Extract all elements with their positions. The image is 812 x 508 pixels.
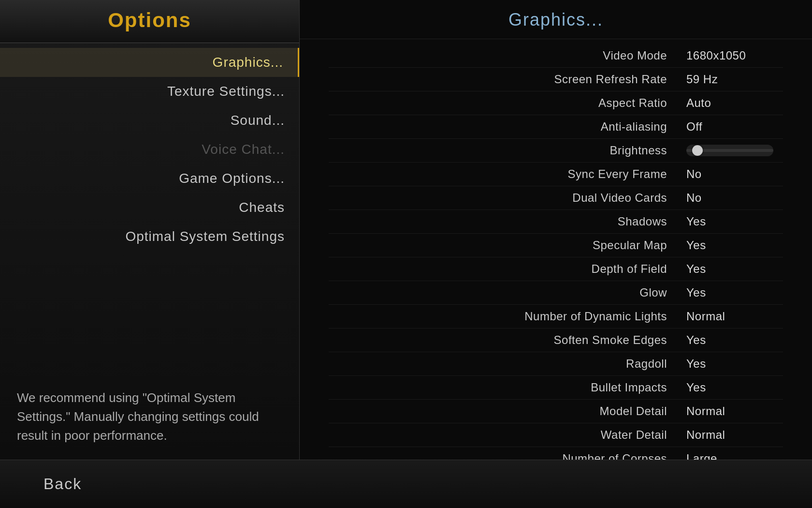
setting-value-anti-aliasing: Off <box>686 120 783 134</box>
setting-label-dual-video-cards: Dual Video Cards <box>329 191 686 205</box>
setting-row-shadows: ShadowsYes <box>329 210 783 234</box>
setting-value-shadows: Yes <box>686 215 783 228</box>
setting-label-brightness: Brightness <box>329 144 686 157</box>
setting-value-brightness[interactable] <box>686 145 783 156</box>
setting-row-sync-every-frame: Sync Every FrameNo <box>329 163 783 186</box>
setting-row-aspect-ratio: Aspect RatioAuto <box>329 91 783 115</box>
setting-row-depth-of-field: Depth of FieldYes <box>329 257 783 281</box>
brightness-slider[interactable] <box>686 145 773 156</box>
setting-row-soften-smoke-edges: Soften Smoke EdgesYes <box>329 329 783 352</box>
bottom-bar: Back <box>0 460 812 508</box>
graphics-title: Graphics... <box>300 0 812 39</box>
setting-row-number-of-dynamic-lights: Number of Dynamic LightsNormal <box>329 305 783 329</box>
setting-value-sync-every-frame: No <box>686 167 783 181</box>
setting-row-dual-video-cards: Dual Video CardsNo <box>329 186 783 210</box>
setting-row-model-detail: Model DetailNormal <box>329 400 783 423</box>
setting-value-number-of-corpses: Large <box>686 452 783 460</box>
setting-value-ragdoll: Yes <box>686 357 783 371</box>
setting-value-specular-map: Yes <box>686 239 783 252</box>
setting-label-soften-smoke-edges: Soften Smoke Edges <box>329 333 686 347</box>
setting-label-shadows: Shadows <box>329 215 686 228</box>
menu-item-voice-chat: Voice Chat... <box>0 135 299 164</box>
setting-label-bullet-impacts: Bullet Impacts <box>329 381 686 394</box>
setting-label-water-detail: Water Detail <box>329 428 686 442</box>
menu-item-sound[interactable]: Sound... <box>0 106 299 135</box>
options-title: Options <box>0 0 299 43</box>
setting-value-depth-of-field: Yes <box>686 262 783 276</box>
setting-row-anti-aliasing: Anti-aliasingOff <box>329 115 783 139</box>
setting-value-video-mode: 812x508 <box>686 49 783 62</box>
setting-label-aspect-ratio: Aspect Ratio <box>329 96 686 110</box>
setting-label-ragdoll: Ragdoll <box>329 357 686 371</box>
settings-list: Video Mode1680x1050Screen Refresh Rate59… <box>300 39 812 460</box>
setting-label-number-of-corpses: Number of Corpses <box>329 452 686 460</box>
setting-value-screen-refresh-rate: 59 Hz <box>686 73 783 86</box>
setting-value-glow: Yes <box>686 286 783 299</box>
right-panel: Graphics... Video Mode1680x1050Screen Re… <box>300 0 812 460</box>
setting-label-anti-aliasing: Anti-aliasing <box>329 120 686 134</box>
back-button[interactable]: Back <box>24 470 101 498</box>
setting-value-number-of-dynamic-lights: Normal <box>686 310 783 323</box>
setting-row-video-mode: Video Mode1680x1050 <box>329 44 783 68</box>
setting-row-number-of-corpses: Number of CorpsesLarge <box>329 447 783 460</box>
menu-item-optimal[interactable]: Optimal System Settings <box>0 222 299 251</box>
setting-label-sync-every-frame: Sync Every Frame <box>329 167 686 181</box>
setting-label-screen-refresh-rate: Screen Refresh Rate <box>329 73 686 86</box>
setting-row-specular-map: Specular MapYes <box>329 234 783 257</box>
recommendation-text: We recommend using "Optimal System Setti… <box>0 379 299 460</box>
menu-item-texture[interactable]: Texture Settings... <box>0 77 299 106</box>
setting-label-model-detail: Model Detail <box>329 404 686 418</box>
brightness-thumb <box>692 145 703 156</box>
menu-item-game-options[interactable]: Game Options... <box>0 164 299 193</box>
menu-item-graphics[interactable]: Graphics... <box>0 48 299 77</box>
setting-value-dual-video-cards: No <box>686 191 783 205</box>
setting-row-glow: GlowYes <box>329 281 783 305</box>
setting-label-depth-of-field: Depth of Field <box>329 262 686 276</box>
setting-row-water-detail: Water DetailNormal <box>329 423 783 447</box>
setting-row-bullet-impacts: Bullet ImpactsYes <box>329 376 783 400</box>
setting-value-soften-smoke-edges: Yes <box>686 333 783 347</box>
menu-item-cheats[interactable]: Cheats <box>0 193 299 222</box>
setting-label-specular-map: Specular Map <box>329 239 686 252</box>
setting-value-aspect-ratio: Auto <box>686 96 783 110</box>
setting-value-bullet-impacts: Yes <box>686 381 783 394</box>
setting-row-brightness: Brightness <box>329 139 783 163</box>
menu-list: Graphics...Texture Settings...Sound...Vo… <box>0 43 299 379</box>
setting-value-model-detail: Normal <box>686 404 783 418</box>
setting-value-water-detail: Normal <box>686 428 783 442</box>
brightness-track <box>686 149 773 152</box>
setting-label-video-mode: Video Mode <box>329 49 686 62</box>
setting-row-ragdoll: RagdollYes <box>329 352 783 376</box>
setting-label-number-of-dynamic-lights: Number of Dynamic Lights <box>329 310 686 323</box>
left-panel: Options Graphics...Texture Settings...So… <box>0 0 300 460</box>
setting-label-glow: Glow <box>329 286 686 299</box>
setting-row-screen-refresh-rate: Screen Refresh Rate59 Hz <box>329 68 783 91</box>
